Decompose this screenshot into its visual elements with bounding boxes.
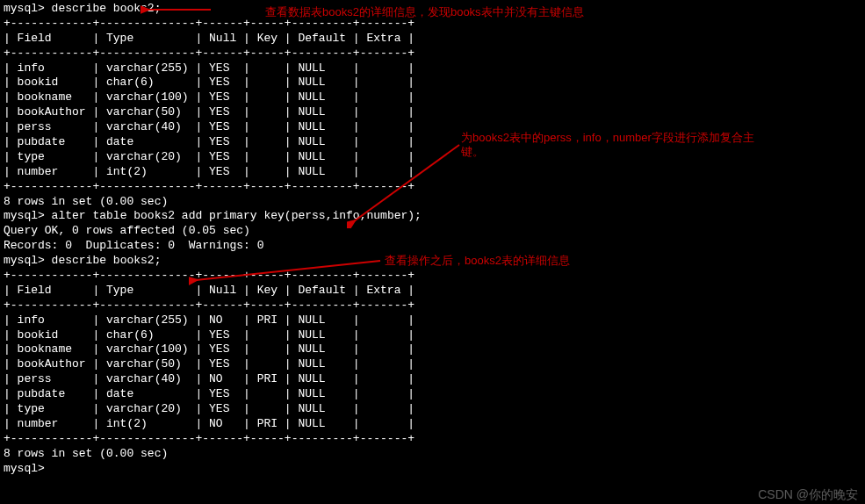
annotation-3: 查看操作之后，books2表的详细信息 (385, 254, 570, 269)
cmd-text: describe books2; (45, 254, 162, 267)
table-header: | Field | Type | Null | Key | Default | … (4, 32, 861, 47)
cmd-line-4: mysql> (4, 462, 861, 477)
table-sep: +------------+--------------+------+----… (4, 47, 861, 61)
annotation-1: 查看数据表books2的详细信息，发现books表中并没有主键信息 (265, 5, 584, 20)
table-row: | type | varchar(20) | YES | | NULL | | (4, 402, 861, 417)
watermark: CSDN @你的晚安 (758, 486, 858, 502)
table-sep: +------------+--------------+------+----… (4, 299, 861, 313)
records-line: Records: 0 Duplicates: 0 Warnings: 0 (4, 239, 861, 254)
table-row: | perss | varchar(40) | NO | PRI | NULL … (4, 372, 861, 387)
annotation-2-line2: 键。 (461, 145, 484, 160)
table-header: | Field | Type | Null | Key | Default | … (4, 284, 861, 299)
table-row: | number | int(2) | YES | | NULL | | (4, 165, 861, 180)
table-row: | bookname | varchar(100) | YES | | NULL… (4, 342, 861, 357)
terminal-output: mysql> describe books2; +------------+--… (4, 2, 861, 477)
table-row: | info | varchar(255) | YES | | NULL | | (4, 61, 861, 76)
table-row: | bookAuthor | varchar(50) | YES | | NUL… (4, 357, 861, 372)
table-sep: +------------+--------------+------+----… (4, 269, 861, 284)
table-row: | bookid | char(6) | YES | | NULL | | (4, 328, 861, 343)
cmd-line-2: mysql> alter table books2 add primary ke… (4, 209, 861, 224)
table-row: | bookAuthor | varchar(50) | YES | | NUL… (4, 105, 861, 120)
prompt: mysql> (4, 209, 45, 222)
prompt: mysql> (4, 254, 45, 267)
table-row: | bookname | varchar(100) | YES | | NULL… (4, 90, 861, 105)
table-row: | number | int(2) | NO | PRI | NULL | | (4, 417, 861, 432)
prompt: mysql> (4, 2, 45, 15)
query-ok: Query OK, 0 rows affected (0.05 sec) (4, 224, 861, 239)
annotation-2-line1: 为books2表中的perss，info，number字段进行添加复合主 (461, 131, 754, 146)
table-row: | info | varchar(255) | NO | PRI | NULL … (4, 313, 861, 328)
cmd-text: describe books2; (45, 2, 162, 15)
table-row: | bookid | char(6) | YES | | NULL | | (4, 76, 861, 90)
rows-in-set: 8 rows in set (0.00 sec) (4, 447, 861, 462)
table-row: | type | varchar(20) | YES | | NULL | | (4, 150, 861, 165)
rows-in-set: 8 rows in set (0.00 sec) (4, 195, 861, 210)
table-sep: +------------+--------------+------+----… (4, 180, 861, 195)
table-sep: +------------+--------------+------+----… (4, 432, 861, 447)
cmd-text: alter table books2 add primary key(perss… (45, 209, 422, 222)
table-row: | pubdate | date | YES | | NULL | | (4, 387, 861, 402)
prompt: mysql> (4, 462, 45, 475)
